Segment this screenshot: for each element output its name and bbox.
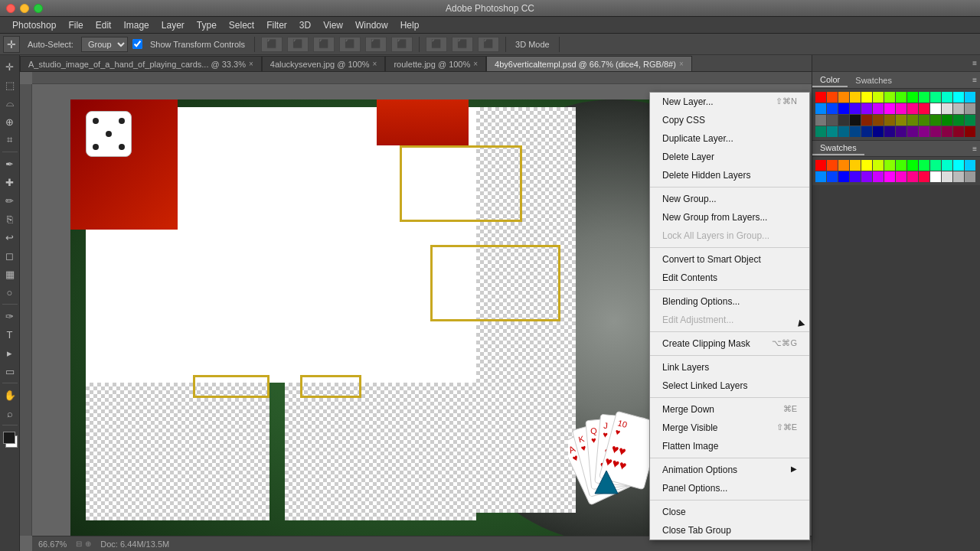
- swatch-23[interactable]: [919, 103, 929, 114]
- eraser-tool[interactable]: ◻: [2, 247, 18, 264]
- quick-select-tool[interactable]: ⊕: [2, 113, 18, 130]
- ctx-item-25[interactable]: Animation Options▶: [650, 461, 809, 479]
- menu-layer[interactable]: Layer: [155, 18, 191, 32]
- swatch-43[interactable]: [827, 126, 838, 137]
- swatch-0[interactable]: [815, 160, 826, 171]
- swatch-7[interactable]: [896, 92, 906, 103]
- ctx-item-1[interactable]: Copy CSS: [650, 111, 809, 129]
- zoom-tool[interactable]: ⌕: [2, 405, 18, 422]
- swatch-14[interactable]: [815, 103, 826, 114]
- swatch-12[interactable]: [953, 92, 964, 103]
- swatch-15[interactable]: [827, 103, 838, 114]
- align-bottom-btn[interactable]: ⬛: [391, 37, 413, 52]
- swatch-6[interactable]: [884, 92, 895, 103]
- menu-help[interactable]: Help: [394, 18, 426, 32]
- swatch-2[interactable]: [838, 160, 849, 171]
- menu-3d[interactable]: 3D: [293, 18, 317, 32]
- tab-3[interactable]: 4by6verticaltempl.psd @ 66.7% (dice4, RG…: [486, 56, 692, 71]
- menu-view[interactable]: View: [317, 18, 349, 32]
- swatch-32[interactable]: [861, 115, 872, 126]
- swatch-21[interactable]: [896, 103, 906, 114]
- spot-heal-tool[interactable]: ✚: [2, 174, 18, 191]
- swatch-36[interactable]: [907, 115, 918, 126]
- ctx-item-28[interactable]: Close: [650, 503, 809, 521]
- minimize-button[interactable]: [20, 4, 29, 13]
- menu-edit[interactable]: Edit: [90, 18, 118, 32]
- tab-1[interactable]: 4aluckyseven.jpg @ 100% ×: [262, 56, 386, 71]
- ctx-item-19[interactable]: Select Linked Layers: [650, 377, 809, 395]
- swatch-55[interactable]: [965, 126, 975, 137]
- swatch-31[interactable]: [850, 115, 861, 126]
- panel-collapse-btn[interactable]: ≡: [972, 59, 977, 67]
- swatch-20[interactable]: [884, 171, 895, 182]
- hand-tool[interactable]: ✋: [2, 386, 18, 403]
- swatch-13[interactable]: [965, 92, 975, 103]
- swatch-8[interactable]: [907, 160, 918, 171]
- swatch-33[interactable]: [873, 115, 884, 126]
- ctx-item-6[interactable]: New Group...: [650, 190, 809, 208]
- swatch-50[interactable]: [907, 126, 918, 137]
- ctx-item-0[interactable]: New Layer...⇧⌘N: [650, 93, 809, 111]
- ctx-item-22[interactable]: Merge Visible⇧⌘E: [650, 419, 809, 437]
- move-tool[interactable]: ✛: [2, 58, 18, 75]
- swatch-1[interactable]: [827, 92, 838, 103]
- marquee-tool[interactable]: ⬚: [2, 77, 18, 93]
- tab-close-0[interactable]: ×: [249, 60, 253, 68]
- ctx-item-18[interactable]: Link Layers: [650, 358, 809, 377]
- swatch-11[interactable]: [942, 92, 952, 103]
- swatches-tab[interactable]: Swatches: [848, 74, 900, 86]
- menu-filter[interactable]: Filter: [260, 18, 293, 32]
- ctx-item-10[interactable]: Convert to Smart Object: [650, 250, 809, 269]
- swatch-29[interactable]: [827, 115, 838, 126]
- tab-close-3[interactable]: ×: [679, 60, 684, 68]
- auto-select-dropdown[interactable]: Group Layer: [81, 37, 128, 52]
- distribute-right-btn[interactable]: ⬛: [478, 37, 499, 52]
- menu-window[interactable]: Window: [349, 18, 394, 32]
- swatch-12[interactable]: [953, 160, 964, 171]
- align-left-btn[interactable]: ⬛: [261, 37, 283, 52]
- swatch-17[interactable]: [850, 103, 861, 114]
- path-select-tool[interactable]: ▸: [2, 344, 18, 361]
- show-transform-checkbox[interactable]: [132, 39, 142, 49]
- menu-photoshop[interactable]: Photoshop: [6, 18, 62, 32]
- swatch-40[interactable]: [953, 115, 964, 126]
- ctx-item-23[interactable]: Flatten Image: [650, 437, 809, 455]
- lasso-tool[interactable]: ⌓: [2, 95, 18, 112]
- distribute-left-btn[interactable]: ⬛: [426, 37, 447, 52]
- swatch-26[interactable]: [953, 171, 964, 182]
- crop-tool[interactable]: ⌗: [2, 132, 18, 148]
- swatch-28[interactable]: [815, 115, 826, 126]
- swatch-23[interactable]: [919, 171, 929, 182]
- swatch-15[interactable]: [827, 171, 838, 182]
- swatch-22[interactable]: [907, 171, 918, 182]
- swatch-53[interactable]: [942, 126, 952, 137]
- swatch-0[interactable]: [815, 92, 826, 103]
- ctx-item-26[interactable]: Panel Options...: [650, 479, 809, 497]
- ctx-item-21[interactable]: Merge Down⌘E: [650, 400, 809, 419]
- swatch-10[interactable]: [930, 92, 941, 103]
- swatches-tab-2[interactable]: Swatches: [812, 142, 864, 155]
- swatch-24[interactable]: [930, 103, 941, 114]
- swatch-1[interactable]: [827, 160, 838, 171]
- distribute-center-btn[interactable]: ⬛: [452, 37, 473, 52]
- ctx-item-7[interactable]: New Group from Layers...: [650, 208, 809, 227]
- color-tab[interactable]: Color: [812, 73, 848, 87]
- swatch-5[interactable]: [873, 92, 884, 103]
- swatch-34[interactable]: [884, 115, 895, 126]
- swatch-11[interactable]: [942, 160, 952, 171]
- swatch-16[interactable]: [838, 171, 849, 182]
- ctx-item-3[interactable]: Delete Layer: [650, 148, 809, 166]
- menu-file[interactable]: File: [62, 18, 89, 32]
- ctx-item-29[interactable]: Close Tab Group: [650, 521, 809, 540]
- swatch-38[interactable]: [930, 115, 941, 126]
- swatch-47[interactable]: [873, 126, 884, 137]
- swatch-19[interactable]: [873, 171, 884, 182]
- swatch-27[interactable]: [965, 103, 975, 114]
- swatch-26[interactable]: [953, 103, 964, 114]
- swatch-45[interactable]: [850, 126, 861, 137]
- swatch-27[interactable]: [965, 171, 975, 182]
- swatch-6[interactable]: [884, 160, 895, 171]
- swatch-35[interactable]: [896, 115, 906, 126]
- align-top-btn[interactable]: ⬛: [339, 37, 361, 52]
- swatch-9[interactable]: [919, 92, 929, 103]
